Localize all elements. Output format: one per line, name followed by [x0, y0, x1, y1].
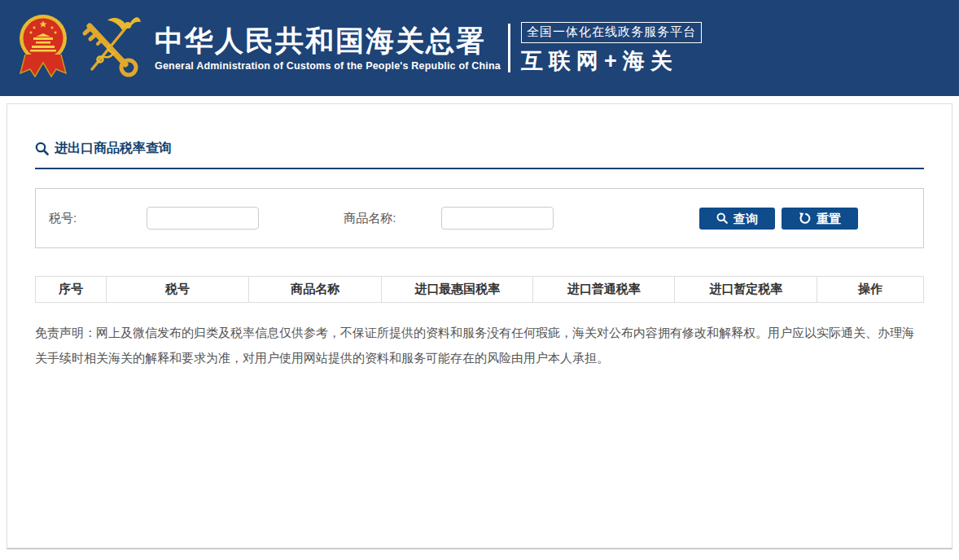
reset-button-label: 重置: [817, 212, 841, 225]
china-national-emblem-icon: [18, 14, 68, 82]
col-import-mfn-rate: 进口最惠国税率: [382, 277, 532, 303]
header-title-block: 中华人民共和国海关总署 General Administration of Cu…: [155, 24, 501, 71]
customs-key-caduceus-icon: [78, 14, 142, 82]
search-button[interactable]: 查询: [699, 208, 775, 230]
site-header: 中华人民共和国海关总署 General Administration of Cu…: [0, 0, 959, 96]
site-title-en: General Administration of Customs of the…: [155, 60, 501, 72]
col-import-interim-rate: 进口暂定税率: [675, 277, 817, 303]
col-import-general-rate: 进口普通税率: [532, 277, 675, 303]
platform-name: 互联网+海关: [521, 46, 702, 76]
button-group: 查询 重置: [699, 208, 858, 230]
search-button-label: 查询: [733, 212, 758, 225]
site-title-cn: 中华人民共和国海关总署: [155, 24, 501, 56]
product-name-label: 商品名称:: [344, 211, 396, 226]
search-form: 税号: 商品名称: 查询: [35, 188, 924, 248]
col-tax-no: 税号: [107, 277, 249, 303]
results-table: 序号 税号 商品名称 进口最惠国税率 进口普通税率 进口暂定税率 操作: [35, 276, 924, 303]
results-table-header-row: 序号 税号 商品名称 进口最惠国税率 进口普通税率 进口暂定税率 操作: [36, 277, 924, 303]
header-divider: [508, 24, 510, 72]
reset-button[interactable]: 重置: [782, 208, 858, 230]
search-button-icon: [716, 212, 728, 224]
title-underline: [35, 168, 924, 169]
search-icon: [35, 142, 49, 155]
content-box: 进出口商品税率查询 税号: 商品名称: 查询: [7, 103, 952, 549]
disclaimer-text: 免责声明：网上及微信发布的归类及税率信息仅供参考，不保证所提供的资料和服务没有任…: [35, 320, 924, 370]
reset-icon: [799, 212, 811, 225]
platform-block: 全国一体化在线政务服务平台 互联网+海关: [521, 20, 702, 76]
page-title-text: 进出口商品税率查询: [55, 140, 172, 157]
tax-no-input[interactable]: [147, 207, 259, 230]
platform-badge: 全国一体化在线政务服务平台: [521, 22, 702, 43]
col-seq-no: 序号: [36, 277, 107, 303]
page-title: 进出口商品税率查询: [35, 140, 924, 157]
tax-no-label: 税号:: [49, 211, 77, 226]
col-product-name: 商品名称: [248, 277, 382, 303]
col-actions: 操作: [817, 277, 924, 303]
product-name-input[interactable]: [441, 207, 554, 230]
